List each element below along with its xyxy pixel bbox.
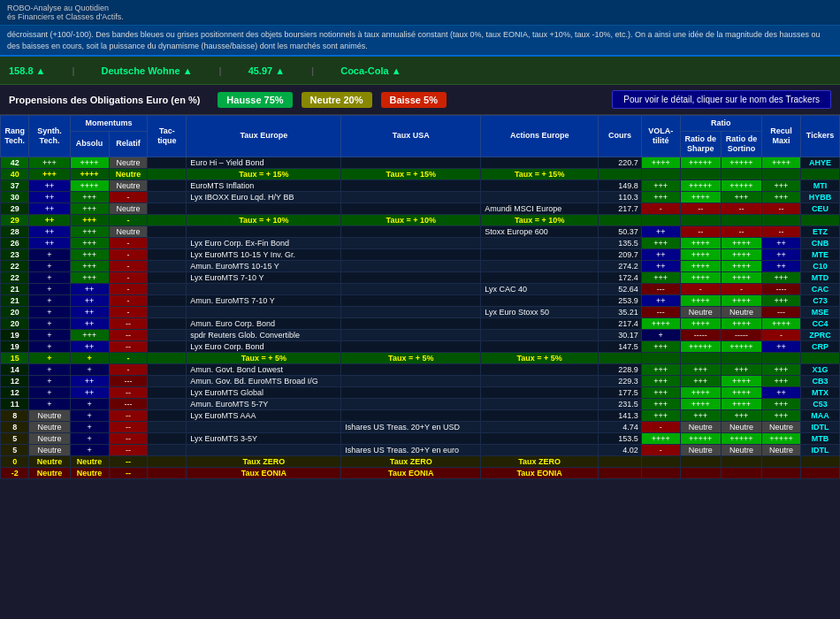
cell-tauxEu: Lyx Euro Corp. Ex-Fin Bond (187, 237, 341, 248)
table-row: -2NeutreNeutre--Taux EONIATaux EONIATaux… (1, 467, 840, 478)
col-taux-us: Taux USA (341, 116, 481, 157)
cell-ratioSo: +++++ (721, 432, 761, 444)
cell-recul (762, 168, 801, 180)
cell-vol: +++ (641, 386, 680, 398)
cell-momAbs: Neutre (70, 455, 109, 467)
cell-ratioSh: ++++ (680, 294, 721, 306)
cell-ratioSh: ++++ (680, 386, 721, 398)
detail-button[interactable]: Pour voir le détail, cliquer sur le nom … (612, 90, 831, 109)
cell-momAbs: ++ (70, 294, 109, 306)
cell-recul: +++ (762, 375, 801, 386)
cell-tauxEu: spdr Reuters Glob. Convertible (187, 329, 341, 340)
cell-tauxEu: Lyx EuroMTS 10-15 Y Inv. Gr. (187, 248, 341, 260)
cell-recul: +++ (762, 271, 801, 283)
ticker-sep2: | (219, 65, 222, 76)
col-ratio-so: Ratio de Sortino (721, 131, 761, 157)
cell-actions: Taux = + 15% (481, 168, 599, 180)
cell-rang: 19 (1, 329, 29, 340)
table-row: 23++++-Lyx EuroMTS 10-15 Y Inv. Gr.209.7… (1, 248, 840, 260)
cell-actions (481, 317, 599, 329)
col-actions: Actions Europe (481, 116, 599, 157)
cell-momAbs: +++ (70, 191, 109, 203)
cell-cours: 209.7 (599, 248, 642, 260)
cell-cours: 141.3 (599, 409, 642, 421)
cell-actions (481, 157, 599, 168)
cell-vol: +++ (641, 398, 680, 409)
table-row: 29+++++NeutreAmundi MSCI Europe217.7----… (1, 203, 840, 214)
cell-cours: 229.3 (599, 375, 642, 386)
cell-momRel: -- (109, 421, 148, 432)
cell-ratioSh (680, 455, 721, 467)
cell-tauxUs (341, 317, 481, 329)
cell-tauxUs (341, 294, 481, 306)
table-row: 5Neutre+--Lyx EuroMTS 3-5Y153.5+++++++++… (1, 432, 840, 444)
cell-vol: +++ (641, 271, 680, 283)
cell-cours: 149.8 (599, 180, 642, 191)
cell-synth: + (29, 248, 70, 260)
cell-tauxEu (187, 203, 341, 214)
cell-actions: Taux ZERO (481, 455, 599, 467)
cell-vol: +++ (641, 409, 680, 421)
cell-actions (481, 329, 599, 340)
cell-tauxEu: Taux = + 5% (187, 352, 341, 363)
cell-tauxUs (341, 329, 481, 340)
cell-ticker: C73 (800, 294, 839, 306)
cell-momRel: - (109, 363, 148, 375)
cell-momAbs: +++ (70, 214, 109, 225)
cell-actions (481, 398, 599, 409)
cell-tauxEu: Amun. Govt. Bond Lowest (187, 363, 341, 375)
cell-momAbs: + (70, 363, 109, 375)
cell-ratioSh: +++ (680, 409, 721, 421)
cell-momRel: - (109, 237, 148, 248)
cell-momRel: -- (109, 467, 148, 478)
cell-momRel: -- (109, 432, 148, 444)
cell-rang: 21 (1, 294, 29, 306)
cell-tauxUs: Ishares US Treas. 20+Y en euro (341, 444, 481, 455)
cell-ticker: CC4 (800, 317, 839, 329)
ticker-2: Deutsche Wohne ▲ (102, 65, 193, 76)
cell-momRel: -- (109, 340, 148, 352)
cell-ratioSo: ++++ (721, 271, 761, 283)
cell-cours: 52.64 (599, 283, 642, 294)
cell-tauxUs (341, 283, 481, 294)
cell-tauxEu: Taux ZERO (187, 455, 341, 467)
cell-momAbs: + (70, 352, 109, 363)
table-row: 0NeutreNeutre--Taux ZEROTaux ZEROTaux ZE… (1, 455, 840, 467)
cell-ratioSh: +++++ (680, 180, 721, 191)
cell-tauxUs: Taux ZERO (341, 455, 481, 467)
cell-actions (481, 409, 599, 421)
cell-momAbs: ++++ (70, 168, 109, 180)
cell-ratioSh: ++++ (680, 398, 721, 409)
cell-actions (481, 191, 599, 203)
cell-ratioSh: -- (680, 225, 721, 237)
cell-momRel: --- (109, 375, 148, 386)
cell-recul: - (762, 329, 801, 340)
cell-tauxEu: Euro Hi – Yield Bond (187, 157, 341, 168)
cell-actions (481, 444, 599, 455)
cell-actions: Taux = + 10% (481, 214, 599, 225)
cell-vol: ++++ (641, 432, 680, 444)
cell-ratioSo: -- (721, 203, 761, 214)
cell-ratioSo: Neutre (721, 421, 761, 432)
cell-actions (481, 271, 599, 283)
cell-momRel: - (109, 191, 148, 203)
cell-recul: ++ (762, 237, 801, 248)
cell-rang: 20 (1, 317, 29, 329)
cell-ratioSh: +++++ (680, 340, 721, 352)
cell-tauxEu: EuroMTS Inflation (187, 180, 341, 191)
cell-actions: Taux EONIA (481, 467, 599, 478)
cell-recul: ++ (762, 386, 801, 398)
table-row: 22++++-Amun. EuroMTS 10-15 Y274.2+++++++… (1, 260, 840, 271)
cell-ratioSh: Neutre (680, 444, 721, 455)
cell-actions (481, 248, 599, 260)
neutre-badge: Neutre 20% (302, 92, 372, 108)
cell-ratioSo: ++++ (721, 260, 761, 271)
col-recul: Recul Maxi (762, 116, 801, 157)
cell-rang: 12 (1, 386, 29, 398)
cell-momAbs: ++ (70, 283, 109, 294)
cell-vol (641, 467, 680, 478)
table-container: Rang Tech. Synth. Tech. Momentums Tac- t… (0, 115, 840, 478)
cell-rang: 26 (1, 237, 29, 248)
cell-vol: - (641, 444, 680, 455)
table-row: 21+++-Amun. EuroMTS 7-10 Y253.9+++++++++… (1, 294, 840, 306)
